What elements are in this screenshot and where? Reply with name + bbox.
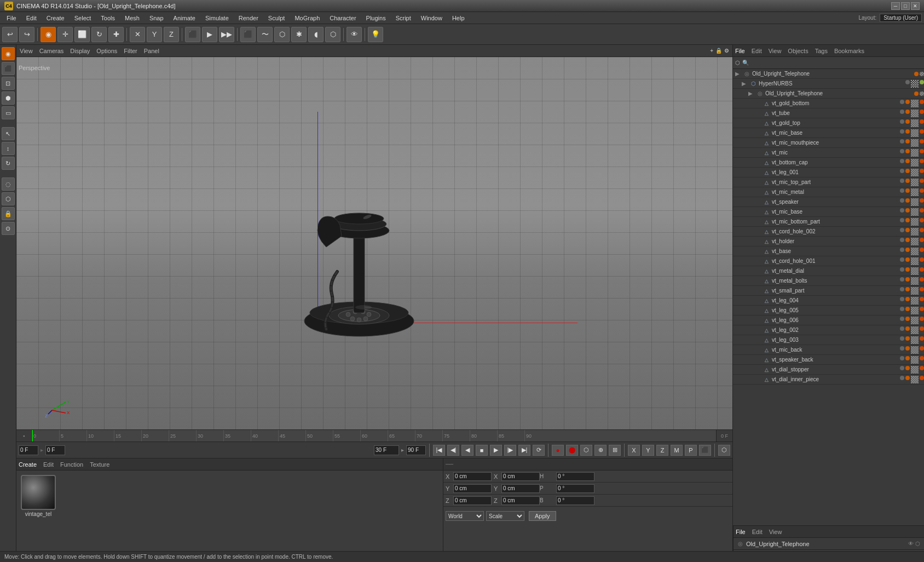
- tree-item-vt-speaker-10[interactable]: △ vt_speaker: [733, 197, 924, 207]
- scale-tool-button[interactable]: ⬜: [74, 27, 90, 42]
- coord-z-rot[interactable]: [501, 496, 540, 505]
- stop-button[interactable]: ■: [476, 445, 488, 456]
- undo-button[interactable]: ↩: [2, 27, 18, 42]
- tree-item-vt-mic-bottom-part-12[interactable]: △ vt_mic_bottom_part: [733, 217, 924, 227]
- attrs-eye-icon[interactable]: 👁: [908, 541, 914, 547]
- apply-button[interactable]: Apply: [529, 511, 556, 521]
- render-region-button[interactable]: ⬛: [185, 27, 200, 42]
- tree-item-vt-mic-base-11[interactable]: △ vt_mic_base: [733, 207, 924, 217]
- tree-item-vt-mic-mouthpiece-4[interactable]: △ vt_mic_mouthpiece: [733, 138, 924, 148]
- tool-edges[interactable]: ⬢: [2, 91, 15, 105]
- viewport-maximize-icon[interactable]: +: [710, 48, 713, 54]
- timeline-track[interactable]: 0 5 10 15 20 25 30 35 40 45 50 55 60 65 …: [32, 430, 716, 442]
- loop-button[interactable]: ⟳: [533, 445, 545, 456]
- tree-item-vt-cord-hole-001-16[interactable]: △ vt_cord_hole_001: [733, 256, 924, 266]
- rp-tab-objects[interactable]: Objects: [788, 48, 808, 54]
- coord-x-pos[interactable]: [453, 472, 492, 481]
- tree-item-vt-gold-bottom-0[interactable]: △ vt_gold_bottom: [733, 99, 924, 108]
- tool-polygons[interactable]: ▭: [2, 106, 15, 119]
- mat-tab-function[interactable]: Function: [60, 461, 83, 468]
- timeline-playhead[interactable]: [32, 430, 33, 442]
- camera-button[interactable]: ◖: [308, 27, 324, 42]
- attr-tab-edit[interactable]: Edit: [752, 529, 763, 535]
- render-active-button[interactable]: 💡: [368, 27, 383, 42]
- tree-item-vt-metal-bolts-18[interactable]: △ vt_metal_bolts: [733, 276, 924, 286]
- viewport-menu-cameras[interactable]: Cameras: [39, 48, 64, 54]
- playback-button[interactable]: ⊞: [609, 445, 621, 456]
- coord-system-dropdown[interactable]: World Local: [446, 511, 484, 521]
- viewport-settings-icon[interactable]: ⚙: [724, 48, 729, 54]
- viewport-menu-options[interactable]: Options: [96, 48, 117, 54]
- menu-sculpt[interactable]: Sculpt: [264, 14, 290, 22]
- coord-h[interactable]: [556, 472, 594, 481]
- cube-button[interactable]: ⬛: [240, 27, 256, 42]
- play-button[interactable]: ▶: [490, 445, 502, 456]
- light-button[interactable]: ⬡: [325, 27, 340, 42]
- coord-b[interactable]: [556, 496, 594, 505]
- mat-tab-create[interactable]: Create: [19, 461, 37, 468]
- menu-tools[interactable]: Tools: [96, 14, 119, 22]
- rp-tab-edit[interactable]: Edit: [752, 48, 762, 54]
- rp-tab-bookmarks[interactable]: Bookmarks: [834, 48, 864, 54]
- menu-character[interactable]: Character: [325, 14, 360, 22]
- layout-dropdown[interactable]: Startup (User): [880, 14, 922, 22]
- tree-item-old-upright-telephone-sub[interactable]: ▶ ◎ Old_Upright_Telephone: [733, 89, 924, 99]
- render-settings-button[interactable]: ▶▶: [219, 27, 234, 42]
- tree-item-vt-mic-base-3[interactable]: △ vt_mic_base: [733, 128, 924, 138]
- viewport-menu-display[interactable]: Display: [70, 48, 90, 54]
- prev-key-button[interactable]: ◀|: [447, 445, 459, 456]
- rp-tab-view[interactable]: View: [769, 48, 782, 54]
- fps-field[interactable]: [374, 445, 399, 455]
- menu-edit[interactable]: Edit: [22, 14, 41, 22]
- menu-animate[interactable]: Animate: [169, 14, 200, 22]
- tool-lock[interactable]: 🔒: [2, 207, 15, 220]
- menu-file[interactable]: File: [2, 14, 21, 22]
- keyframe-type-btn[interactable]: ⬛: [699, 445, 711, 456]
- render-frame-button[interactable]: ▶: [202, 27, 217, 42]
- rp-tab-file[interactable]: File: [735, 48, 745, 54]
- viewport-lock-icon[interactable]: 🔒: [715, 48, 722, 54]
- obj-search-icon[interactable]: 🔍: [742, 60, 749, 66]
- tree-item-vt-metal-dial-17[interactable]: △ vt_metal_dial: [733, 266, 924, 276]
- tree-item-vt-speaker-back-26[interactable]: △ vt_speaker_back: [733, 355, 924, 365]
- attrs-dot-icon[interactable]: ⬡: [915, 541, 920, 547]
- menu-render[interactable]: Render: [234, 14, 263, 22]
- menu-script[interactable]: Script: [391, 14, 415, 22]
- viewport-menu-view[interactable]: View: [20, 48, 33, 54]
- coord-y-rot[interactable]: [501, 484, 540, 493]
- tree-item-vt-bottom-cap-6[interactable]: △ vt_bottom_cap: [733, 158, 924, 168]
- menu-select[interactable]: Select: [70, 14, 96, 22]
- z-axis-button[interactable]: Z: [164, 27, 179, 42]
- tree-item-vt-leg-003-24[interactable]: △ vt_leg_003: [733, 335, 924, 345]
- go-start-button[interactable]: |◀: [433, 445, 445, 456]
- start-frame-field[interactable]: [45, 445, 65, 455]
- coord-mode-dropdown[interactable]: Scale Move Rotate: [486, 511, 524, 521]
- coord-z-pos[interactable]: [453, 496, 492, 505]
- tool-scale2[interactable]: ↕: [2, 142, 15, 155]
- menu-simulate[interactable]: Simulate: [201, 14, 233, 22]
- stereo-button[interactable]: 👁: [347, 27, 362, 42]
- coord-p[interactable]: [556, 484, 594, 493]
- rp-tab-tags[interactable]: Tags: [815, 48, 828, 54]
- redo-button[interactable]: ↪: [19, 27, 34, 42]
- obj-filter-icon[interactable]: ⬡: [735, 60, 740, 66]
- viewport-menu-filter[interactable]: Filter: [124, 48, 137, 54]
- axis-z-btn[interactable]: Z: [656, 445, 668, 456]
- spline-button[interactable]: 〜: [257, 27, 273, 42]
- tool-live-selection[interactable]: ◌: [2, 177, 15, 191]
- current-frame-field[interactable]: [19, 445, 38, 455]
- menu-help[interactable]: Help: [448, 14, 469, 22]
- axis-y-btn[interactable]: Y: [642, 445, 654, 456]
- tree-item-vt-leg-004-20[interactable]: △ vt_leg_004: [733, 296, 924, 306]
- tree-item-hypernurbs[interactable]: ▶ ⬡ HyperNURBS: [733, 79, 924, 89]
- null-button[interactable]: ✕: [130, 27, 145, 42]
- tool-paint[interactable]: ⬡: [2, 192, 15, 205]
- go-end-button[interactable]: ▶|: [518, 445, 530, 456]
- viewport-canvas[interactable]: Perspective: [16, 57, 732, 429]
- motion-button[interactable]: ⊕: [594, 445, 607, 456]
- viewport-menu-panel[interactable]: Panel: [144, 48, 159, 54]
- axis-x-btn[interactable]: X: [628, 445, 640, 456]
- minimize-button[interactable]: ─: [891, 2, 900, 10]
- tree-item-vt-leg-001-7[interactable]: △ vt_leg_001: [733, 168, 924, 177]
- tree-item-vt-holder-14[interactable]: △ vt_holder: [733, 237, 924, 246]
